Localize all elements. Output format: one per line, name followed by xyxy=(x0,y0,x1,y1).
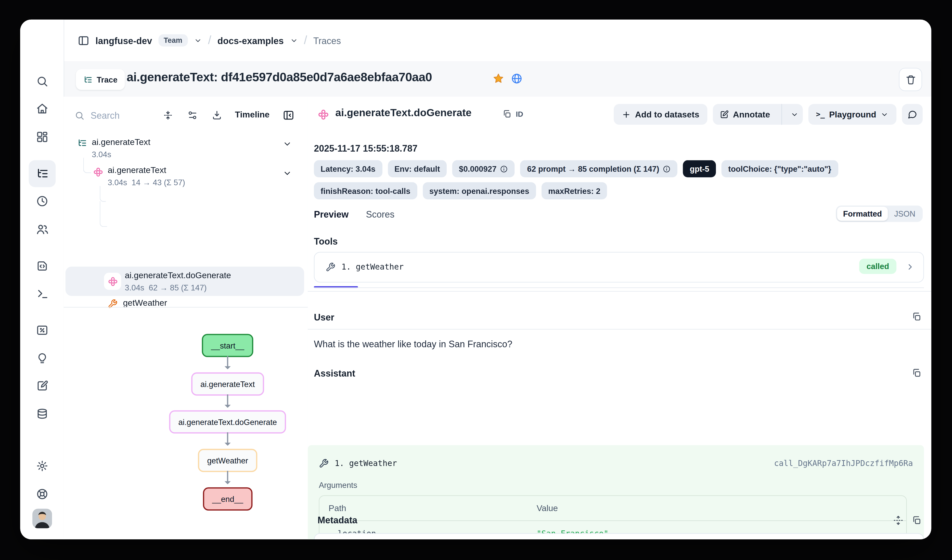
column-header-path: Path xyxy=(329,503,346,513)
sidebar-toggle-icon[interactable] xyxy=(78,35,90,46)
tools-card[interactable]: 1. getWeather called xyxy=(314,252,924,282)
graph-node-generate-text[interactable]: ai.generateText xyxy=(191,372,264,396)
annotate-button[interactable]: Annotate xyxy=(713,104,777,125)
top-navbar: langfuse-dev Team / docs-examples / Trac… xyxy=(20,20,931,62)
datasets-database-icon[interactable] xyxy=(36,408,48,420)
wrench-icon xyxy=(326,262,335,272)
tool-name: 1. getWeather xyxy=(342,262,403,272)
system-badge: system: openai.responses xyxy=(423,182,536,199)
view-settings-icon[interactable] xyxy=(187,110,198,120)
breadcrumb-page[interactable]: Traces xyxy=(313,35,341,46)
settings-gear-icon[interactable] xyxy=(36,460,48,472)
generation-icon-chip xyxy=(104,273,121,290)
tracing-icon[interactable] xyxy=(36,167,48,180)
app-window: langfuse-dev Team / docs-examples / Trac… xyxy=(20,20,931,539)
expand-icon[interactable] xyxy=(893,515,903,525)
annotate-dropdown-button[interactable] xyxy=(786,104,803,125)
copy-icon[interactable] xyxy=(502,110,512,119)
screenshot-stage: langfuse-dev Team / docs-examples / Trac… xyxy=(0,0,952,560)
sessions-clock-icon[interactable] xyxy=(36,195,48,207)
tree-item-stats: 3.04s 14 → 43 (Σ 57) xyxy=(108,178,185,187)
users-icon[interactable] xyxy=(36,223,48,236)
breadcrumb-separator: / xyxy=(304,34,307,47)
breadcrumb-project[interactable]: docs-examples xyxy=(218,35,284,46)
observation-actions: Add to datasets Annotate >_ Playground xyxy=(614,104,923,125)
playground-button[interactable]: >_ Playground xyxy=(808,104,896,125)
copy-icon[interactable] xyxy=(912,515,921,525)
formatted-toggle-option[interactable]: Formatted xyxy=(837,207,888,221)
tool-call-name: 1. getWeather xyxy=(335,458,397,468)
chevron-right-icon[interactable] xyxy=(906,262,915,272)
tree-connector xyxy=(100,201,107,227)
json-toggle-option[interactable]: JSON xyxy=(888,207,921,221)
model-badge[interactable]: gpt-5 xyxy=(683,160,716,177)
graph-node-start[interactable]: __start__ xyxy=(202,334,253,357)
add-to-datasets-button[interactable]: Add to datasets xyxy=(614,104,707,125)
list-tree-icon xyxy=(77,138,87,148)
favorite-star-icon[interactable] xyxy=(493,73,504,87)
org-plan-badge: Team xyxy=(158,34,188,46)
graph-edge xyxy=(227,432,228,444)
download-icon[interactable] xyxy=(212,110,222,120)
tab-preview[interactable]: Preview xyxy=(314,209,349,220)
metadata-heading: Metadata xyxy=(318,515,357,525)
table-divider xyxy=(320,520,906,521)
copy-icon[interactable] xyxy=(912,312,921,321)
timeline-toggle[interactable]: Timeline xyxy=(235,110,270,119)
chevron-down-icon[interactable] xyxy=(283,139,292,148)
env-badge: Env: default xyxy=(388,160,447,177)
user-message: What is the weather like today in San Fr… xyxy=(314,339,512,349)
section-divider xyxy=(308,329,931,329)
playground-terminal-icon[interactable] xyxy=(36,287,48,299)
observation-panel: ai.generateText.doGenerate ID Add to dat… xyxy=(308,97,931,539)
home-icon[interactable] xyxy=(36,103,48,115)
nav-rail xyxy=(20,20,64,539)
user-avatar[interactable] xyxy=(32,509,52,528)
public-globe-icon[interactable] xyxy=(511,73,523,85)
llm-judge-lightbulb-icon[interactable] xyxy=(36,352,48,364)
chevron-down-icon[interactable] xyxy=(290,36,298,44)
delete-trace-button[interactable] xyxy=(899,68,922,91)
tree-graph-divider xyxy=(64,307,308,307)
trace-title: ai.generateText: df41e597d0a85e0d7a6ae8e… xyxy=(127,70,432,84)
evaluation-percent-icon[interactable] xyxy=(36,324,48,336)
info-icon[interactable] xyxy=(663,165,671,173)
tools-heading: Tools xyxy=(314,236,338,246)
generation-icon xyxy=(318,109,329,120)
panel-collapse-icon[interactable] xyxy=(283,110,294,121)
info-icon[interactable] xyxy=(500,165,508,173)
tree-panel-toolbar: Timeline xyxy=(64,105,308,126)
tree-item-selected[interactable]: ai.generateText.doGenerate 3.04s 62 → 85… xyxy=(65,267,304,296)
column-header-value: Value xyxy=(537,503,558,513)
list-tree-icon xyxy=(83,75,92,84)
breadcrumb-separator: / xyxy=(208,34,211,47)
prompts-file-code-icon[interactable] xyxy=(36,260,48,272)
terminal-glyph: >_ xyxy=(816,110,825,119)
search-icon[interactable] xyxy=(36,75,48,87)
tab-scores[interactable]: Scores xyxy=(366,209,394,220)
graph-node-get-weather[interactable]: getWeather xyxy=(198,449,257,472)
tree-connector xyxy=(83,158,91,173)
graph-node-end[interactable]: __end__ xyxy=(203,487,252,511)
badge-row-1: Latency: 3.04s Env: default $0.000927 62… xyxy=(314,160,838,177)
trace-type-badge: Trace xyxy=(76,69,125,90)
graph-node-do-generate[interactable]: ai.generateText.doGenerate xyxy=(169,410,286,433)
chevron-down-icon[interactable] xyxy=(194,36,202,44)
tree-item-label: ai.generateText.doGenerate xyxy=(125,270,231,280)
dashboard-icon[interactable] xyxy=(36,131,48,143)
assistant-tool-call-card: 1. getWeather call_DgKARp7a7IhJPDczfifMp… xyxy=(308,445,924,539)
support-lifebuoy-icon[interactable] xyxy=(36,488,48,500)
annotation-clipboard-pen-icon[interactable] xyxy=(36,380,48,392)
cost-badge: $0.000927 xyxy=(452,160,515,177)
tree-item-label: getWeather xyxy=(123,298,167,307)
metadata-table: Path Value xyxy=(314,533,924,539)
copy-icon[interactable] xyxy=(912,368,921,378)
collapse-all-icon[interactable] xyxy=(163,110,173,120)
comments-button[interactable] xyxy=(902,104,923,125)
chevron-down-icon[interactable] xyxy=(283,169,292,178)
tree-search-input[interactable] xyxy=(89,110,159,121)
id-label[interactable]: ID xyxy=(516,110,523,119)
max-retries-badge: maxRetries: 2 xyxy=(541,182,607,199)
tree-item-duration: 3.04s xyxy=(92,150,111,159)
breadcrumb-org[interactable]: langfuse-dev xyxy=(95,35,152,46)
